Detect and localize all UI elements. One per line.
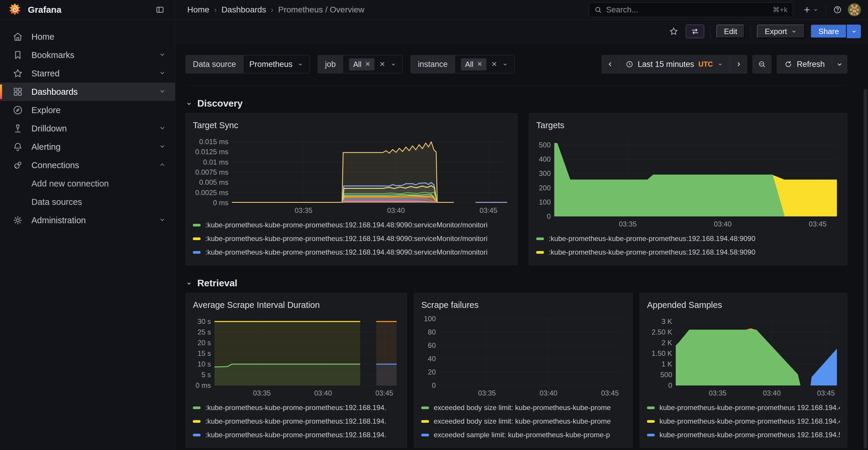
remove-chip-icon[interactable]: ✕ <box>365 60 370 68</box>
sidebar-item-connections[interactable]: Connections <box>0 156 175 174</box>
zoom-out-time-button[interactable] <box>752 55 771 73</box>
legend-item[interactable]: kube-prometheus-kube-prome-prometheus 19… <box>647 415 840 428</box>
section-header-retrieval[interactable]: Retrieval <box>185 278 847 289</box>
panel-title-avg-scrape-interval[interactable]: Average Scrape Interval Duration <box>193 298 400 312</box>
chart-appended-samples[interactable]: 05001 K1.50 K2 K2.50 K3 K03:3503:4003:45 <box>647 313 840 398</box>
legend-item[interactable]: kube-prometheus-kube-prome-prometheus 19… <box>647 428 840 442</box>
legend-item[interactable]: :kube-prometheus-kube-prome-prometheus:1… <box>536 232 840 246</box>
chevron-down-icon[interactable] <box>158 51 166 60</box>
legend-series-marker <box>421 407 429 409</box>
legend-series-label: :kube-prometheus-kube-prome-prometheus:1… <box>205 417 386 425</box>
legend-item[interactable]: :kube-prometheus-kube-prome-prometheus:1… <box>536 246 840 259</box>
datasource-select[interactable]: Prometheus <box>243 55 310 73</box>
legend-item[interactable]: exceeded body size limit: kube-prometheu… <box>421 401 625 415</box>
remove-chip-icon[interactable]: ✕ <box>477 60 482 68</box>
instance-filter: instance All ✕ ✕ <box>411 55 515 73</box>
refresh-interval-button[interactable] <box>832 55 847 73</box>
legend-series-label: :kube-prometheus-kube-prome-prometheus:1… <box>205 221 488 229</box>
share-button[interactable]: Share <box>811 25 847 38</box>
old-dashboards-toggle-button[interactable] <box>686 25 704 38</box>
chevron-down-icon[interactable] <box>158 69 166 78</box>
grafana-logo-icon[interactable] <box>8 3 21 17</box>
job-select[interactable]: All ✕ ✕ <box>343 55 402 73</box>
grid-icon <box>12 86 24 98</box>
sidebar-item-alerting[interactable]: Alerting <box>0 138 175 156</box>
chevron-down-icon[interactable] <box>158 142 166 151</box>
svg-text:0.015 ms: 0.015 ms <box>199 138 228 146</box>
edit-button[interactable]: Edit <box>716 25 745 38</box>
legend-item[interactable]: :kube-prometheus-kube-prome-prometheus:1… <box>193 232 510 246</box>
panel-title-targets[interactable]: Targets <box>536 119 840 132</box>
share-menu-button[interactable] <box>847 25 861 38</box>
sidebar-item-starred[interactable]: Starred <box>0 64 175 83</box>
legend-item[interactable]: exceeded sample limit: kube-prometheus-k… <box>421 428 625 442</box>
chart-targets[interactable]: 010020030040050003:3503:4003:45 <box>536 133 840 229</box>
discovery-panels: Target Sync0 ms0.0025 ms0.005 ms0.0075 m… <box>185 113 847 265</box>
legend-series-label: :kube-prometheus-kube-prome-prometheus:1… <box>205 404 386 412</box>
legend-item[interactable]: :kube-prometheus-kube-prome-prometheus:1… <box>193 428 400 442</box>
dock-sidebar-icon[interactable] <box>153 2 167 17</box>
chevron-down-icon[interactable] <box>158 216 166 225</box>
legend-series-marker <box>193 237 200 240</box>
job-chip-label: All <box>353 60 362 69</box>
export-button[interactable]: Export <box>757 25 805 38</box>
instance-value-chip[interactable]: All ✕ <box>461 58 487 70</box>
chevron-down-icon <box>297 61 304 67</box>
sidebar-item-dashboards[interactable]: Dashboards <box>0 83 175 101</box>
legend-item[interactable]: :kube-prometheus-kube-prome-prometheus:1… <box>193 246 510 259</box>
sidebar-item-bookmarks[interactable]: Bookmarks <box>0 46 175 64</box>
clear-filter-icon[interactable]: ✕ <box>379 60 385 68</box>
search-shortcut: ⌘+k <box>773 6 787 14</box>
legend-target-sync: :kube-prometheus-kube-prome-prometheus:1… <box>193 218 510 259</box>
scrollbar[interactable] <box>864 89 867 449</box>
clock-icon <box>625 60 634 68</box>
chevron-down-icon[interactable] <box>158 124 166 133</box>
clear-filter-icon[interactable]: ✕ <box>491 60 497 68</box>
time-shift-back-button[interactable] <box>602 55 619 73</box>
job-value-chip[interactable]: All ✕ <box>349 58 374 70</box>
svg-text:0.005 ms: 0.005 ms <box>199 178 228 186</box>
sidebar-item-add-new-connection[interactable]: Add new connection <box>0 174 175 193</box>
user-avatar[interactable] <box>848 3 861 16</box>
search-box[interactable]: ⌘+k <box>589 2 793 17</box>
chart-target-sync[interactable]: 0 ms0.0025 ms0.005 ms0.0075 ms0.01 ms0.0… <box>193 133 510 216</box>
star-dashboard-button[interactable] <box>666 25 682 38</box>
add-new-button[interactable] <box>800 2 822 17</box>
panel-title-appended-samples[interactable]: Appended Samples <box>647 298 840 312</box>
legend-item[interactable]: exceeded body size limit: kube-prometheu… <box>421 415 625 428</box>
legend-item[interactable]: :kube-prometheus-kube-prome-prometheus:1… <box>193 415 400 428</box>
sidebar-item-drilldown[interactable]: Drilldown <box>0 119 175 138</box>
chevron-up-icon[interactable] <box>158 161 166 170</box>
app-title: Grafana <box>28 5 153 15</box>
svg-text:03:40: 03:40 <box>314 389 332 397</box>
instance-select[interactable]: All ✕ ✕ <box>455 55 514 73</box>
sidebar-item-explore[interactable]: Explore <box>0 101 175 119</box>
section-header-discovery[interactable]: Discovery <box>185 98 847 109</box>
time-range-button[interactable]: Last 15 minutes UTC <box>619 55 731 73</box>
svg-text:03:40: 03:40 <box>714 220 732 228</box>
svg-text:0: 0 <box>432 381 436 389</box>
panel-title-target-sync[interactable]: Target Sync <box>193 119 510 132</box>
refresh-button[interactable]: Refresh <box>777 55 832 73</box>
bell-icon <box>12 141 24 153</box>
breadcrumb-home[interactable]: Home <box>187 5 210 14</box>
sidebar-item-data-sources[interactable]: Data sources <box>0 193 175 211</box>
time-shift-forward-button[interactable] <box>730 55 747 73</box>
chart-scrape-failures[interactable]: 02040608010003:3503:4003:45 <box>421 313 625 398</box>
sidebar-item-home[interactable]: Home <box>0 28 175 46</box>
drilldown-icon <box>12 123 24 134</box>
panel-title-scrape-failures[interactable]: Scrape failures <box>421 298 625 312</box>
chart-avg-scrape-interval[interactable]: 0 ms5 s10 s15 s20 s25 s30 s03:3503:4003:… <box>193 313 400 398</box>
sidebar-item-administration[interactable]: Administration <box>0 211 175 229</box>
breadcrumb-dashboards[interactable]: Dashboards <box>221 5 266 14</box>
legend-item[interactable]: :kube-prometheus-kube-prome-prometheus:1… <box>193 401 400 415</box>
svg-text:15 s: 15 s <box>197 349 211 357</box>
help-button[interactable] <box>830 2 845 17</box>
divider <box>751 25 751 38</box>
share-button-group: Share <box>811 25 861 38</box>
legend-item[interactable]: :kube-prometheus-kube-prome-prometheus:1… <box>193 218 510 232</box>
svg-text:2 K: 2 K <box>661 339 672 347</box>
search-input[interactable] <box>606 5 773 14</box>
chevron-down-icon[interactable] <box>158 87 166 96</box>
legend-item[interactable]: kube-prometheus-kube-prome-prometheus 19… <box>647 401 840 415</box>
